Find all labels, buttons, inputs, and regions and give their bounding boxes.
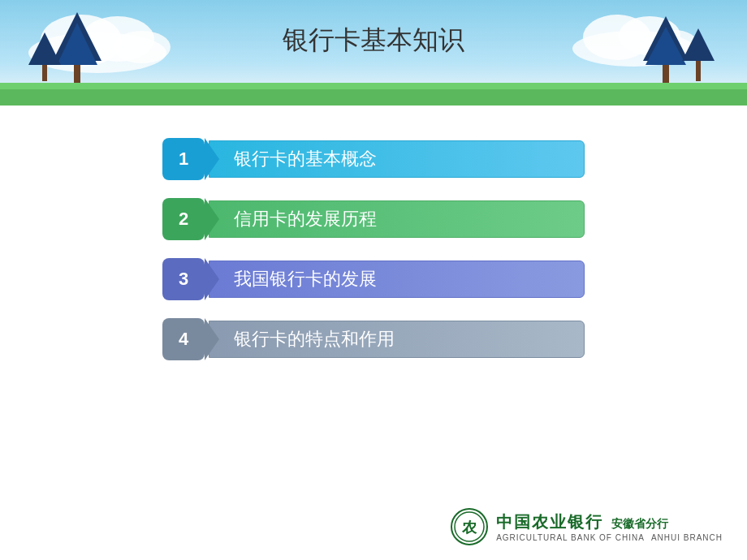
abc-logo-icon: 农: [451, 508, 488, 545]
svg-rect-19: [696, 61, 701, 81]
number-badge-2: 2: [162, 198, 205, 240]
svg-rect-17: [42, 65, 47, 81]
logo-main-row: 中国农业银行 安徽省分行: [496, 511, 668, 533]
number-badge-3: 3: [162, 258, 205, 300]
menu-label-4: 银行卡的特点和作用: [209, 321, 585, 358]
logo-branch-text: 安徽省分行: [611, 517, 668, 532]
menu-item-4[interactable]: 4 银行卡的特点和作用: [162, 318, 585, 360]
svg-rect-9: [0, 83, 747, 89]
menu-label-3: 我国银行卡的发展: [209, 261, 585, 298]
menu-label-1: 银行卡的基本概念: [209, 140, 585, 178]
menu-item-3[interactable]: 3 我国银行卡的发展: [162, 258, 585, 300]
number-badge-4: 4: [162, 318, 205, 360]
page-title: 银行卡基本知识: [0, 15, 747, 58]
menu-label-2: 信用卡的发展历程: [209, 200, 585, 238]
bottom-logo: 农 中国农业银行 安徽省分行 AGRICULTURAL BANK OF CHIN…: [451, 508, 723, 545]
svg-text:农: 农: [461, 519, 477, 536]
logo-main-text: 中国农业银行: [496, 511, 603, 533]
menu-item-2[interactable]: 2 信用卡的发展历程: [162, 198, 585, 240]
logo-sub-text: AGRICULTURAL BANK OF CHINA: [496, 533, 645, 542]
logo-branch-sub-text: ANHUI BRANCH: [651, 533, 723, 542]
menu-item-1[interactable]: 1 银行卡的基本概念: [162, 138, 585, 180]
number-badge-1: 1: [162, 138, 205, 180]
svg-rect-12: [74, 65, 80, 83]
logo-text-block: 中国农业银行 安徽省分行 AGRICULTURAL BANK OF CHINA …: [496, 511, 723, 542]
menu-container: 1 银行卡的基本概念 2 信用卡的发展历程 3 我国银行卡的发展 4 银行卡的特…: [0, 138, 747, 360]
logo-sub-row: AGRICULTURAL BANK OF CHINA ANHUI BRANCH: [496, 533, 723, 542]
svg-rect-15: [663, 65, 669, 83]
